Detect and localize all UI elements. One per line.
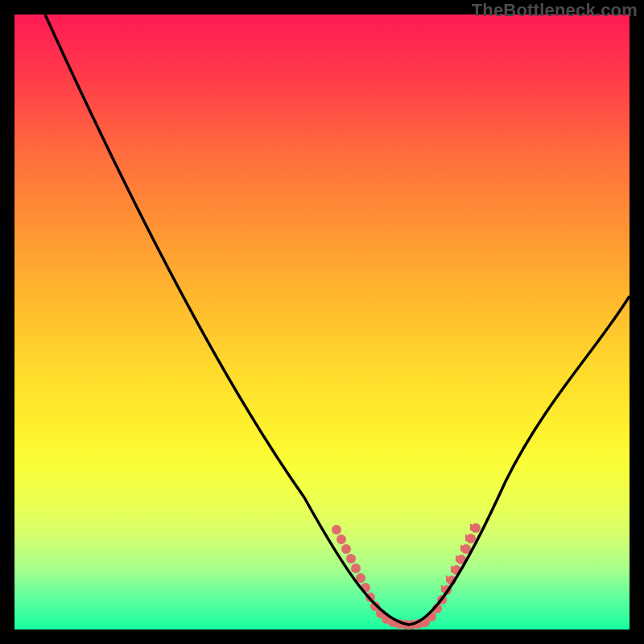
svg-point-25	[466, 534, 476, 543]
svg-point-1	[336, 535, 346, 544]
svg-point-3	[346, 554, 356, 564]
bottleneck-chart	[14, 14, 630, 630]
chart-frame: TheBottleneck.com	[0, 0, 644, 644]
svg-point-26	[471, 523, 481, 533]
svg-point-2	[341, 544, 351, 554]
watermark-text: TheBottleneck.com	[472, 0, 638, 21]
plot-area	[14, 14, 630, 630]
svg-point-4	[351, 564, 361, 573]
svg-point-0	[332, 525, 341, 535]
